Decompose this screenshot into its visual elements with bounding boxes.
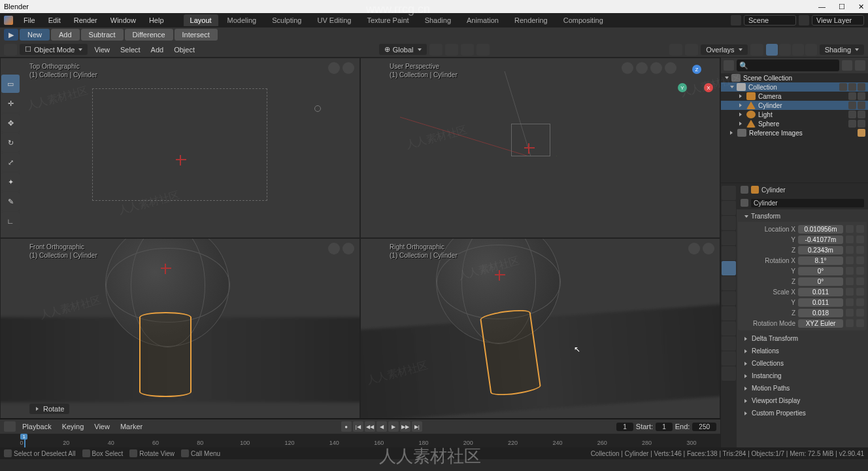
modifier-tab-icon[interactable] — [722, 276, 736, 290]
anim-icon[interactable] — [856, 225, 864, 233]
viewlayer-tab-icon[interactable] — [722, 216, 736, 230]
transform-panel-header[interactable]: Transform — [738, 211, 867, 222]
snap-dropdown[interactable] — [461, 44, 474, 56]
object-name-field[interactable] — [751, 199, 864, 207]
xray-toggle[interactable] — [750, 44, 763, 56]
zoom-gizmo-icon[interactable] — [342, 243, 354, 254]
autokey-icon[interactable]: ● — [341, 421, 352, 432]
outliner-editor-icon[interactable] — [724, 60, 734, 71]
anim-icon[interactable] — [856, 277, 864, 285]
workspace-tab-rendering[interactable]: Rendering — [508, 14, 554, 26]
panel-header[interactable]: Instancing — [738, 370, 867, 381]
timeline-track[interactable]: 0204060801001201401601802002202402602803… — [0, 434, 720, 447]
wireframe-shading-icon[interactable] — [766, 44, 778, 56]
vpmenu-select[interactable]: Select — [116, 44, 144, 55]
scene-icon[interactable] — [731, 15, 741, 26]
pan-gizmo-icon[interactable] — [328, 62, 340, 74]
transform-tool[interactable]: ✦ — [1, 173, 20, 191]
anim-icon[interactable] — [856, 288, 864, 296]
lock-icon[interactable] — [846, 267, 854, 275]
mode-dropdown[interactable]: ☐ Object Mode — [20, 44, 88, 55]
menu-window[interactable]: Window — [105, 15, 141, 26]
workspace-tab-compositing[interactable]: Compositing — [557, 14, 610, 26]
tlmenu-view[interactable]: View — [90, 421, 114, 432]
annotate-tool[interactable]: ✎ — [1, 192, 20, 211]
next-key-icon[interactable]: ▶▶ — [400, 421, 410, 432]
workspace-tab-shading[interactable]: Shading — [418, 14, 458, 26]
axis-x-icon[interactable]: X — [704, 83, 713, 92]
vis-toggle[interactable] — [848, 111, 856, 118]
pan-gizmo-icon[interactable] — [622, 62, 633, 74]
blender-logo-icon[interactable] — [4, 16, 13, 25]
snap-toggle[interactable] — [445, 44, 458, 56]
select-box-tool[interactable]: ▭ — [1, 75, 20, 93]
camera-gizmo-icon[interactable] — [650, 62, 662, 74]
lock-icon[interactable] — [846, 309, 854, 317]
render-toggle[interactable] — [858, 83, 865, 91]
current-frame-field[interactable]: 1 — [616, 423, 633, 431]
anim-icon[interactable] — [856, 256, 864, 264]
viewport-perspective[interactable]: User Perspective (1) Collection | Cylind… — [360, 58, 720, 238]
render-toggle[interactable] — [858, 111, 865, 118]
start-frame-field[interactable]: 1 — [656, 423, 673, 431]
menu-render[interactable]: Render — [69, 15, 103, 26]
timeline-editor-icon[interactable] — [4, 421, 16, 432]
outliner-row-sphere[interactable]: Sphere — [721, 119, 868, 128]
panel-header[interactable]: Relations — [738, 345, 867, 357]
vis-toggle[interactable] — [848, 101, 856, 109]
panel-header[interactable]: Delta Transform — [738, 333, 867, 344]
prop-field[interactable]: -0.41077m — [798, 236, 843, 244]
anim-icon[interactable] — [856, 298, 864, 306]
material-shading-icon[interactable] — [792, 44, 804, 56]
play-rev-icon[interactable]: ◀ — [376, 421, 387, 432]
outliner-search[interactable]: 🔍 — [737, 60, 839, 71]
rendered-shading-icon[interactable] — [805, 44, 817, 56]
panel-header[interactable]: Motion Paths — [738, 383, 867, 394]
end-frame-field[interactable]: 250 — [692, 423, 716, 431]
filter-icon[interactable] — [842, 60, 852, 71]
measure-tool[interactable]: ∟ — [1, 212, 20, 230]
viewport-front[interactable]: Front Orthographic (1) Collection | Cyli… — [0, 238, 360, 419]
output-tab-icon[interactable] — [722, 201, 736, 215]
lock-icon[interactable] — [846, 319, 854, 327]
move-tool[interactable]: ✥ — [1, 114, 20, 132]
axis-gizmo[interactable]: Y X Z — [678, 63, 713, 99]
vis-toggle[interactable] — [848, 120, 856, 128]
difference-button[interactable]: Difference — [125, 29, 173, 41]
physics-tab-icon[interactable] — [722, 306, 736, 321]
playhead[interactable] — [24, 434, 25, 447]
lock-icon[interactable] — [846, 246, 854, 254]
last-op-panel[interactable]: Rotate — [29, 404, 69, 414]
outliner-row-cylinder[interactable]: Cylinder — [721, 101, 868, 110]
persp-gizmo-icon[interactable] — [665, 62, 676, 74]
world-tab-icon[interactable] — [722, 246, 736, 260]
workspace-tab-sculpting[interactable]: Sculpting — [265, 14, 308, 26]
solid-shading-icon[interactable] — [779, 44, 791, 56]
workspace-tab-layout[interactable]: Layout — [184, 14, 218, 26]
play-icon[interactable]: ▶ — [388, 421, 399, 432]
viewport-top[interactable]: Top Orthographic (1) Collection | Cylind… — [0, 58, 360, 238]
jump-end-icon[interactable]: ▶| — [412, 421, 422, 432]
scale-tool[interactable]: ⤢ — [1, 153, 20, 171]
anim-icon[interactable] — [856, 319, 864, 327]
vis-toggle[interactable] — [848, 92, 856, 100]
render-toggle[interactable] — [858, 120, 865, 128]
object-tab-icon[interactable] — [722, 261, 736, 275]
prop-field[interactable]: 8.1° — [798, 256, 843, 265]
pivot-dropdown[interactable] — [429, 44, 442, 56]
shading-dropdown[interactable]: Shading — [820, 44, 864, 55]
panel-header[interactable]: Custom Properties — [738, 408, 867, 419]
axis-z-icon[interactable]: Z — [692, 65, 701, 74]
menu-file[interactable]: File — [18, 15, 41, 26]
zoom-gizmo-icon[interactable] — [342, 62, 354, 74]
new-button[interactable]: New — [20, 29, 50, 41]
outliner-row-light[interactable]: Light — [721, 110, 868, 119]
viewport-right[interactable]: Right Orthographic (1) Collection | Cyli… — [360, 238, 720, 419]
proportional-toggle[interactable] — [476, 44, 490, 56]
gizmo-toggle[interactable] — [685, 44, 698, 56]
overlays-dropdown[interactable]: Overlays — [701, 44, 747, 55]
render-tab-icon[interactable] — [722, 186, 736, 200]
prop-field[interactable]: 0° — [798, 277, 843, 286]
pan-gizmo-icon[interactable] — [328, 243, 340, 254]
lock-icon[interactable] — [846, 236, 854, 243]
